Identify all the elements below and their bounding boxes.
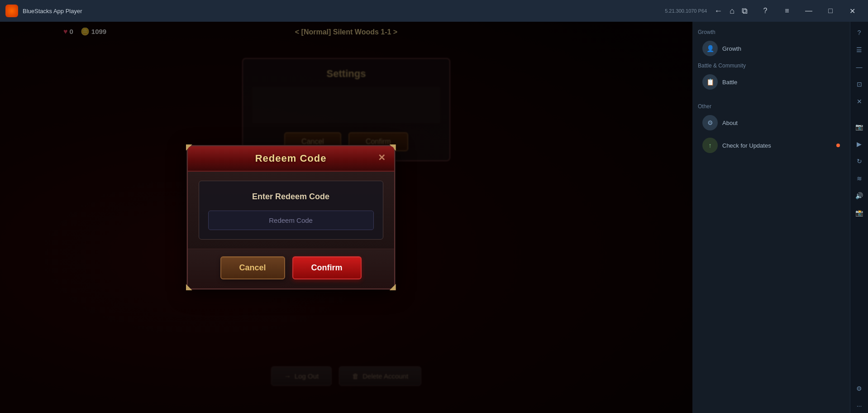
battle-item[interactable]: 📋 Battle — [698, 71, 844, 93]
edge-video-icon[interactable]: ▶ — [852, 137, 867, 151]
modal-header: Redeem Code ✕ — [188, 146, 394, 172]
app-icon — [5, 5, 18, 17]
other-label-text: Other — [698, 103, 711, 110]
modal-footer: Cancel Confirm — [188, 249, 394, 288]
edge-minimize-icon[interactable]: — — [852, 60, 867, 74]
help-button[interactable]: ? — [755, 4, 776, 18]
title-bar: BlueStacks App Player 5.21.300.1070 P64 … — [0, 0, 868, 22]
input-label: Enter Redeem Code — [208, 192, 374, 202]
redeem-code-input[interactable] — [208, 211, 374, 230]
battle-item-icon: 📋 — [702, 74, 718, 90]
modal-overlay[interactable]: Redeem Code ✕ Enter Redeem Code Cancel C… — [0, 22, 692, 413]
edge-shake-icon[interactable]: ≋ — [852, 171, 867, 186]
edge-menu-icon[interactable]: ☰ — [852, 43, 867, 57]
other-item-icon-2: ↑ — [702, 138, 718, 153]
battle-label-text: Battle & Community — [698, 62, 746, 69]
window-controls: ? ≡ — □ ✕ — [755, 4, 863, 18]
modal-body: Enter Redeem Code — [188, 172, 394, 249]
other-item-label: About — [722, 120, 738, 126]
nav-controls: ← ⌂ ⧉ — [714, 7, 748, 15]
input-area: Enter Redeem Code — [199, 181, 383, 240]
cancel-button[interactable]: Cancel — [220, 256, 285, 279]
modal-close-button[interactable]: ✕ — [375, 151, 389, 164]
other-item-label-2: Check for Updates — [722, 142, 771, 149]
game-background: ♥ 0 🪙 1099 < [Normal] Silent Woods 1-1 >… — [0, 22, 692, 413]
notification-dot — [836, 144, 840, 147]
battle-section-label: Battle & Community — [698, 60, 844, 71]
growth-section-label: Growth — [698, 26, 844, 37]
copy-button[interactable]: ⧉ — [742, 7, 748, 15]
confirm-button[interactable]: Confirm — [292, 256, 362, 279]
modal-title: Redeem Code — [255, 153, 327, 164]
growth-item-icon: 👤 — [702, 41, 718, 56]
edge-settings-icon[interactable]: ⚙ — [852, 381, 867, 396]
bluestacks-right-panel: Growth 👤 Growth Battle & Community 📋 Bat… — [692, 22, 850, 413]
edge-rotate-icon[interactable]: ↻ — [852, 154, 867, 168]
hamburger-button[interactable]: ≡ — [777, 4, 797, 18]
minimize-button[interactable]: — — [798, 4, 819, 18]
home-button[interactable]: ⌂ — [730, 7, 734, 15]
close-button[interactable]: ✕ — [842, 4, 863, 18]
edge-volume-icon[interactable]: 🔊 — [852, 188, 867, 203]
back-button[interactable]: ← — [714, 7, 722, 15]
right-edge-sidebar: ? ☰ — ⊡ ✕ 📷 ▶ ↻ ≋ 🔊 📸 ⚙ ··· — [850, 22, 868, 413]
edge-restore-icon[interactable]: ⊡ — [852, 77, 867, 91]
redeem-code-modal: Redeem Code ✕ Enter Redeem Code Cancel C… — [187, 145, 395, 289]
edge-screenshot2-icon[interactable]: 📸 — [852, 206, 867, 220]
other-item-icon: ⚙ — [702, 115, 718, 130]
other-item[interactable]: ⚙ About — [698, 111, 844, 134]
edge-camera-icon[interactable]: 📷 — [852, 120, 867, 134]
edge-question-icon[interactable]: ? — [852, 25, 867, 40]
other-item-2[interactable]: ↑ Check for Updates — [698, 134, 844, 157]
edge-close-icon[interactable]: ✕ — [852, 94, 867, 109]
app-version: 5.21.300.1070 P64 — [665, 8, 707, 14]
edge-more-icon[interactable]: ··· — [852, 399, 867, 413]
maximize-button[interactable]: □ — [820, 4, 841, 18]
growth-item-label: Growth — [722, 45, 741, 52]
growth-item[interactable]: 👤 Growth — [698, 37, 844, 60]
battle-item-label: Battle — [722, 79, 737, 86]
growth-label-text: Growth — [698, 29, 715, 35]
modal-container: Redeem Code ✕ Enter Redeem Code Cancel C… — [187, 145, 395, 289]
app-title: BlueStacks App Player — [23, 8, 662, 14]
other-section-label: Other — [698, 101, 844, 111]
